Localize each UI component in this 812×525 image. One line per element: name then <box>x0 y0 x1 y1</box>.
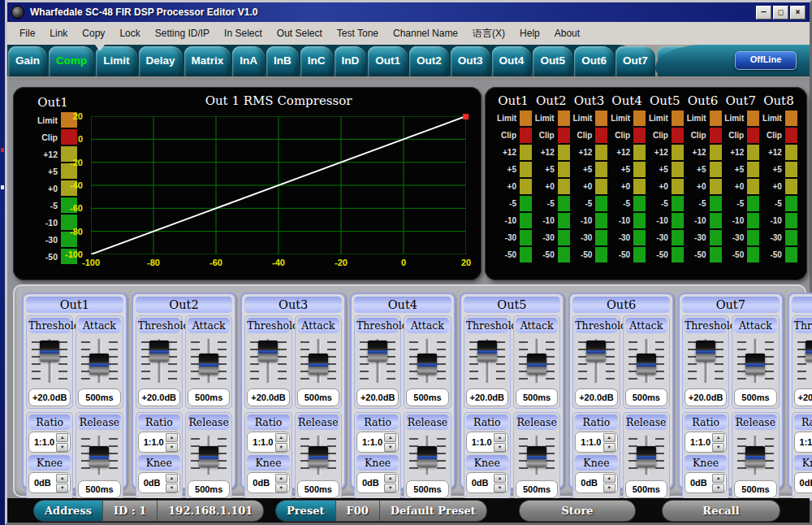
minimize-button[interactable]: – <box>756 6 771 20</box>
menu-item-file[interactable]: File <box>12 23 42 45</box>
address-button[interactable]: Address <box>34 501 102 521</box>
tab-ind[interactable]: InD <box>335 46 367 76</box>
tab-out4[interactable]: Out4 <box>492 46 532 76</box>
menu-item-channel-name[interactable]: Channel Name <box>386 23 465 45</box>
spin-up-button[interactable]: ▲ <box>384 433 396 442</box>
tab-inc[interactable]: InC <box>300 46 333 76</box>
slider-thumb[interactable] <box>586 341 606 362</box>
slider-thumb[interactable] <box>199 354 218 375</box>
knee-spinner[interactable]: 0dB▲▼ <box>794 472 812 493</box>
spin-down-button[interactable]: ▼ <box>56 443 68 452</box>
ratio-spinner[interactable]: 1:1.0▲▼ <box>138 432 180 453</box>
slider-thumb[interactable] <box>745 446 765 467</box>
release-slider[interactable] <box>627 432 666 478</box>
spin-up-button[interactable]: ▲ <box>603 474 615 483</box>
recall-button[interactable]: Recall <box>662 500 780 522</box>
ratio-spinner[interactable]: 1:1.0▲▼ <box>466 432 508 453</box>
spin-up-button[interactable]: ▲ <box>494 474 506 483</box>
ratio-spinner[interactable]: 1:1.0▲▼ <box>356 432 399 453</box>
spin-down-button[interactable]: ▼ <box>603 484 615 492</box>
device-id[interactable]: ID : 1 <box>102 501 157 521</box>
slider-thumb[interactable] <box>696 341 715 362</box>
threshold-slider[interactable] <box>796 336 812 386</box>
knee-spinner[interactable]: 0dB▲▼ <box>685 472 727 493</box>
menu-item-in-select[interactable]: In Select <box>217 23 270 45</box>
knee-spinner[interactable]: 0dB▲▼ <box>466 472 508 493</box>
tab-out3[interactable]: Out3 <box>451 46 490 76</box>
attack-slider[interactable] <box>627 336 666 386</box>
menu-item-link[interactable]: Link <box>42 23 75 45</box>
slider-thumb[interactable] <box>258 341 278 362</box>
spin-up-button[interactable]: ▲ <box>56 474 68 483</box>
slider-thumb[interactable] <box>477 341 497 362</box>
spin-down-button[interactable]: ▼ <box>384 443 396 452</box>
slider-thumb[interactable] <box>527 354 546 375</box>
spin-down-button[interactable]: ▼ <box>166 443 178 452</box>
slider-thumb[interactable] <box>417 354 437 375</box>
preset-name[interactable]: Default Preset <box>379 501 486 521</box>
spin-down-button[interactable]: ▼ <box>384 484 396 492</box>
spin-up-button[interactable]: ▲ <box>603 433 615 442</box>
release-slider[interactable] <box>408 432 447 478</box>
spin-up-button[interactable]: ▲ <box>56 433 68 442</box>
spin-up-button[interactable]: ▲ <box>384 474 396 483</box>
spin-up-button[interactable]: ▲ <box>494 433 506 442</box>
offline-button[interactable]: OffLine <box>735 51 797 70</box>
device-ip[interactable]: 192.168.1.101 <box>157 501 263 521</box>
slider-thumb[interactable] <box>368 341 387 362</box>
ratio-spinner[interactable]: 1:1.0▲▼ <box>575 432 617 453</box>
ratio-spinner[interactable]: 1:1.0▲▼ <box>247 432 289 453</box>
attack-slider[interactable] <box>517 336 556 386</box>
spin-down-button[interactable]: ▼ <box>56 484 68 492</box>
attack-slider[interactable] <box>736 336 775 386</box>
slider-thumb[interactable] <box>309 446 328 467</box>
tab-out5[interactable]: Out5 <box>533 46 572 76</box>
slider-thumb[interactable] <box>637 446 656 467</box>
tab-out7[interactable]: Out7 <box>615 46 655 76</box>
store-button[interactable]: Store <box>519 500 636 522</box>
menu-item-help[interactable]: Help <box>512 23 547 45</box>
slider-thumb[interactable] <box>89 354 109 375</box>
spin-down-button[interactable]: ▼ <box>603 443 615 452</box>
spin-up-button[interactable]: ▲ <box>166 433 178 442</box>
spin-up-button[interactable]: ▲ <box>275 474 287 483</box>
spin-down-button[interactable]: ▼ <box>712 443 724 452</box>
tab-delay[interactable]: Delay <box>139 46 183 76</box>
knee-spinner[interactable]: 0dB▲▼ <box>138 472 180 493</box>
preset-button[interactable]: Preset <box>276 501 335 521</box>
spin-up-button[interactable]: ▲ <box>166 474 178 483</box>
spin-up-button[interactable]: ▲ <box>275 433 287 442</box>
menu-item-test-tone[interactable]: Test Tone <box>330 23 386 45</box>
tab-gain[interactable]: Gain <box>8 46 47 76</box>
ratio-spinner[interactable]: 1:1.0▲▼ <box>794 432 812 453</box>
preset-id[interactable]: F00 <box>335 501 379 521</box>
spin-down-button[interactable]: ▼ <box>275 443 287 452</box>
knee-spinner[interactable]: 0dB▲▼ <box>247 472 289 493</box>
attack-slider[interactable] <box>408 336 447 386</box>
slider-thumb[interactable] <box>309 354 328 375</box>
release-slider[interactable] <box>736 432 775 478</box>
curve-endpoint-marker[interactable] <box>463 114 469 119</box>
threshold-slider[interactable] <box>468 336 507 386</box>
ratio-spinner[interactable]: 1:1.0▲▼ <box>685 432 727 453</box>
slider-thumb[interactable] <box>149 341 169 362</box>
maximize-button[interactable]: □ <box>773 6 788 20</box>
slider-thumb[interactable] <box>745 354 765 375</box>
tab-ina[interactable]: InA <box>232 46 265 76</box>
slider-thumb[interactable] <box>637 354 656 375</box>
knee-spinner[interactable]: 0dB▲▼ <box>356 472 399 493</box>
menu-item-out-select[interactable]: Out Select <box>270 23 330 45</box>
slider-thumb[interactable] <box>40 341 59 362</box>
knee-spinner[interactable]: 0dB▲▼ <box>575 472 617 493</box>
spin-down-button[interactable]: ▼ <box>494 443 506 452</box>
close-button[interactable]: × <box>790 6 806 20</box>
menu-item-setting-id-ip[interactable]: Setting ID/IP <box>148 23 217 45</box>
tab-inb[interactable]: InB <box>266 46 299 76</box>
spin-down-button[interactable]: ▼ <box>275 484 287 492</box>
release-slider[interactable] <box>189 432 228 478</box>
tab-matrix[interactable]: Matrix <box>184 46 231 76</box>
ratio-spinner[interactable]: 1:1.0▲▼ <box>28 432 71 453</box>
menu-item-about[interactable]: About <box>547 23 587 45</box>
spin-up-button[interactable]: ▲ <box>712 433 724 442</box>
tab-comp[interactable]: Comp <box>49 46 94 76</box>
